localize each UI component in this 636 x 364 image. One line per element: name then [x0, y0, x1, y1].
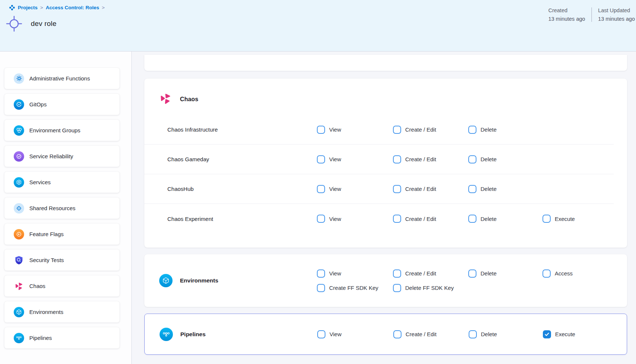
- checkbox-delete[interactable]: Delete: [468, 215, 542, 223]
- sidebar-item-label: Service Reliability: [29, 153, 73, 159]
- breadcrumb-projects[interactable]: Projects: [18, 5, 37, 10]
- checkbox-label: Create / Edit: [405, 156, 436, 162]
- page-header: Projects > Access Control: Roles > dev r…: [0, 0, 636, 52]
- sidebar-item-shared-resources[interactable]: Shared Resources: [4, 198, 119, 219]
- sidebar-item-label: Environment Groups: [29, 127, 81, 133]
- checkbox[interactable]: [393, 155, 401, 163]
- checkbox[interactable]: [468, 155, 476, 163]
- checkbox-label: Delete: [481, 331, 497, 337]
- breadcrumb-access-control-roles[interactable]: Access Control: Roles: [46, 5, 99, 10]
- pipelines-resource-card-selected: Pipelines View Create / Edit Delete: [144, 314, 627, 355]
- permission-row-chaoshub: ChaosHub View Create / Edit Delete: [144, 174, 614, 204]
- services-icon: [14, 177, 24, 188]
- breadcrumb: Projects > Access Control: Roles >: [9, 4, 636, 11]
- checkbox-view[interactable]: View: [317, 215, 393, 223]
- checkbox[interactable]: [393, 185, 401, 193]
- checkbox-create-edit[interactable]: Create / Edit: [393, 269, 468, 278]
- checkbox[interactable]: [317, 185, 325, 193]
- checkbox[interactable]: [317, 269, 325, 278]
- checkbox[interactable]: [317, 330, 325, 338]
- checkbox-execute-checked[interactable]: Execute: [543, 330, 627, 338]
- checkbox-delete[interactable]: Delete: [468, 269, 542, 278]
- sidebar-item-environment-groups[interactable]: Environment Groups: [4, 120, 119, 141]
- shared-resources-icon: [14, 203, 24, 214]
- card-title-environments: Environments: [180, 277, 218, 284]
- checkbox[interactable]: [393, 126, 401, 134]
- checkbox-label: Delete: [481, 126, 496, 133]
- sidebar-item-environments[interactable]: Environments: [4, 301, 119, 322]
- checkbox-label: View: [329, 186, 341, 192]
- scrolled-card-fragment: [144, 55, 627, 71]
- checkbox-view[interactable]: View: [317, 185, 393, 193]
- checkbox-create-edit[interactable]: Create / Edit: [393, 215, 468, 223]
- role-meta: Created 13 minutes ago Last Updated 13 m…: [548, 7, 635, 22]
- checkbox-label: Delete: [481, 216, 496, 222]
- permission-row-chaos-infrastructure: Chaos Infrastructure View Create / Edit …: [144, 115, 614, 145]
- checkbox-view[interactable]: View: [317, 155, 393, 163]
- checkbox[interactable]: [393, 269, 401, 278]
- checkbox-delete[interactable]: Delete: [468, 155, 542, 163]
- sidebar-item-security-tests[interactable]: Security Tests: [4, 249, 119, 271]
- checkbox-label: Delete FF SDK Key: [405, 285, 454, 291]
- checkbox-view[interactable]: View: [317, 330, 393, 338]
- checkbox-create-edit[interactable]: Create / Edit: [393, 126, 468, 134]
- sidebar-item-chaos[interactable]: Chaos: [4, 275, 119, 297]
- checkbox[interactable]: [468, 269, 476, 278]
- sidebar-item-label: GitOps: [29, 101, 47, 107]
- row-label: ChaosHub: [167, 186, 317, 192]
- checkbox[interactable]: [393, 215, 401, 223]
- checkbox-view[interactable]: View: [317, 126, 393, 134]
- sidebar-item-feature-flags[interactable]: Feature Flags: [4, 224, 119, 245]
- sidebar-item-pipelines[interactable]: Pipelines: [4, 327, 119, 348]
- checkbox-create-edit[interactable]: Create / Edit: [393, 185, 468, 193]
- checkbox[interactable]: [542, 269, 551, 278]
- environments-icon: [14, 307, 24, 317]
- page-title: dev role: [31, 20, 56, 28]
- checkbox-create-edit[interactable]: Create / Edit: [393, 330, 469, 338]
- checkbox-label: View: [329, 216, 341, 222]
- sidebar-item-services[interactable]: Services: [4, 172, 119, 193]
- checkbox-label: Delete: [481, 156, 496, 162]
- checkbox-delete[interactable]: Delete: [468, 185, 542, 193]
- sidebar-item-administrative-functions[interactable]: Administrative Functions: [4, 68, 119, 89]
- checkbox-create-ff-sdk-key[interactable]: Create FF SDK Key: [317, 284, 393, 292]
- checkbox-execute[interactable]: Execute: [542, 215, 614, 223]
- checkbox-checked[interactable]: [543, 330, 551, 338]
- checkbox[interactable]: [468, 126, 476, 134]
- checkbox-create-edit[interactable]: Create / Edit: [393, 155, 468, 163]
- checkbox[interactable]: [317, 126, 325, 134]
- checkbox[interactable]: [468, 185, 476, 193]
- checkbox-label: Create / Edit: [406, 331, 436, 337]
- environments-icon: [159, 274, 173, 287]
- checkbox-label: View: [329, 270, 341, 277]
- checkbox[interactable]: [468, 215, 476, 223]
- feature-flags-icon: [14, 229, 24, 239]
- checkbox[interactable]: [317, 215, 325, 223]
- checkbox-delete[interactable]: Delete: [468, 126, 542, 134]
- role-crosshair-icon: [5, 14, 23, 33]
- checkbox-delete[interactable]: Delete: [469, 330, 543, 338]
- checkbox-view[interactable]: View: [317, 269, 393, 278]
- checkbox[interactable]: [317, 284, 325, 292]
- checkbox[interactable]: [317, 155, 325, 163]
- checkbox[interactable]: [542, 215, 551, 223]
- sidebar-item-gitops[interactable]: GitOps: [4, 94, 119, 115]
- checkbox[interactable]: [469, 330, 477, 338]
- created-value: 13 minutes ago: [548, 16, 585, 22]
- checkbox[interactable]: [393, 284, 401, 292]
- checkbox-delete-ff-sdk-key[interactable]: Delete FF SDK Key: [393, 284, 468, 292]
- card-title-chaos: Chaos: [180, 96, 198, 103]
- checkbox-label: View: [329, 156, 341, 162]
- row-label: Chaos Infrastructure: [167, 126, 317, 133]
- title-row: dev role: [5, 14, 636, 33]
- checkbox-label: Access: [555, 270, 573, 277]
- permissions-panel: Chaos Chaos Infrastructure View Create /…: [132, 52, 636, 364]
- sidebar-item-label: Services: [29, 179, 51, 185]
- checkbox[interactable]: [393, 330, 401, 338]
- sidebar-item-label: Environments: [29, 309, 63, 315]
- sidebar-item-label: Shared Resources: [29, 205, 75, 211]
- checkbox-label: View: [330, 331, 341, 337]
- sidebar-item-label: Security Tests: [29, 257, 64, 263]
- sidebar-item-service-reliability[interactable]: Service Reliability: [4, 146, 119, 167]
- checkbox-access[interactable]: Access: [542, 269, 627, 278]
